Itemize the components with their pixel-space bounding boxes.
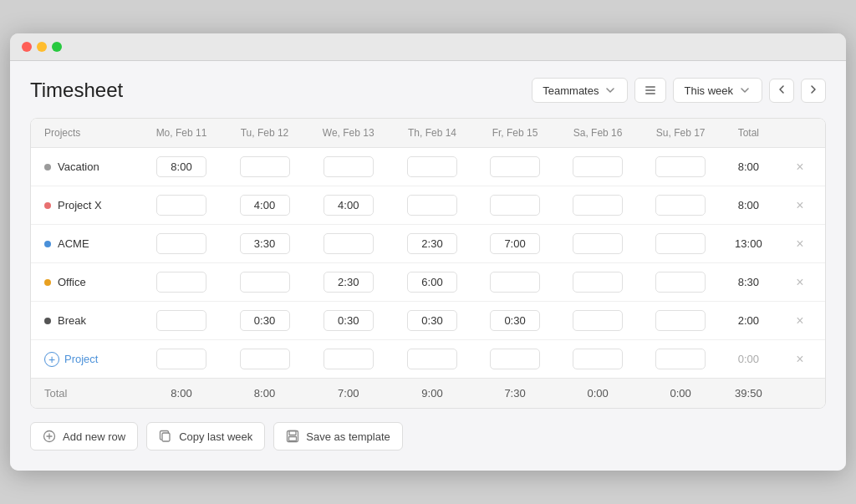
next-week-button[interactable] — [801, 79, 826, 103]
day-cell-4-5[interactable] — [557, 302, 639, 340]
this-week-button[interactable]: This week — [673, 78, 762, 103]
time-input-0-5[interactable] — [573, 156, 623, 177]
time-input-0-1[interactable] — [240, 156, 290, 177]
add-time-input-3[interactable] — [407, 349, 457, 369]
day-cell-3-1[interactable] — [223, 263, 306, 302]
close-cell-0[interactable]: × — [775, 148, 825, 186]
minimize-dot[interactable] — [37, 42, 47, 52]
add-time-input-2[interactable] — [324, 349, 374, 369]
day-cell-3-5[interactable] — [557, 263, 639, 302]
add-day-cell-0[interactable] — [140, 340, 223, 379]
day-cell-2-4[interactable] — [474, 225, 557, 263]
day-cell-3-6[interactable] — [639, 263, 722, 302]
add-project-row[interactable]: + Project 0:00× — [31, 340, 825, 379]
day-cell-1-3[interactable] — [390, 186, 473, 225]
add-day-cell-1[interactable] — [223, 340, 306, 379]
remove-row-button[interactable]: × — [789, 313, 810, 328]
time-input-3-0[interactable] — [156, 272, 206, 293]
time-input-2-5[interactable] — [573, 233, 623, 254]
remove-add-row-button[interactable]: × — [789, 352, 810, 366]
maximize-dot[interactable] — [52, 42, 62, 52]
close-cell-2[interactable]: × — [775, 225, 825, 263]
time-input-4-1[interactable] — [240, 310, 290, 331]
time-input-4-0[interactable] — [156, 310, 206, 331]
day-cell-0-0[interactable] — [140, 148, 223, 186]
day-cell-4-0[interactable] — [140, 302, 223, 340]
time-input-0-3[interactable] — [407, 156, 457, 177]
remove-row-button[interactable]: × — [789, 198, 810, 212]
time-input-3-4[interactable] — [490, 272, 540, 293]
day-cell-1-6[interactable] — [639, 186, 722, 225]
teammates-button[interactable]: Teammates — [532, 78, 628, 103]
day-cell-2-1[interactable] — [223, 225, 306, 263]
day-cell-4-1[interactable] — [223, 302, 306, 340]
add-time-input-1[interactable] — [240, 349, 290, 369]
add-new-row-button[interactable]: Add new row — [30, 422, 138, 451]
add-time-input-0[interactable] — [156, 349, 206, 369]
time-input-4-3[interactable] — [407, 310, 457, 331]
add-day-cell-4[interactable] — [474, 340, 557, 379]
day-cell-2-2[interactable] — [306, 225, 390, 263]
add-day-cell-6[interactable] — [639, 340, 722, 379]
time-input-2-4[interactable] — [490, 233, 540, 254]
time-input-2-0[interactable] — [156, 233, 206, 254]
add-time-input-4[interactable] — [490, 349, 540, 369]
time-input-1-6[interactable] — [655, 195, 706, 216]
time-input-3-3[interactable] — [407, 272, 457, 293]
time-input-2-3[interactable] — [407, 233, 457, 254]
add-day-cell-2[interactable] — [306, 340, 390, 379]
day-cell-2-6[interactable] — [639, 225, 722, 263]
time-input-0-2[interactable] — [324, 156, 374, 177]
add-time-input-6[interactable] — [655, 349, 706, 369]
day-cell-2-0[interactable] — [140, 225, 223, 263]
remove-row-button[interactable]: × — [789, 237, 810, 251]
close-dot[interactable] — [22, 42, 32, 52]
add-time-input-5[interactable] — [573, 349, 623, 369]
time-input-0-6[interactable] — [655, 156, 706, 177]
close-cell-3[interactable]: × — [775, 263, 825, 302]
time-input-3-6[interactable] — [655, 272, 706, 293]
list-view-button[interactable] — [634, 78, 666, 103]
day-cell-2-3[interactable] — [390, 225, 473, 263]
add-day-cell-5[interactable] — [557, 340, 639, 379]
day-cell-3-3[interactable] — [390, 263, 473, 302]
day-cell-0-5[interactable] — [557, 148, 639, 186]
add-project-cell[interactable]: + Project — [31, 340, 140, 379]
day-cell-1-5[interactable] — [557, 186, 639, 225]
day-cell-0-6[interactable] — [639, 148, 722, 186]
add-row-close-cell[interactable]: × — [775, 340, 825, 379]
close-cell-4[interactable]: × — [775, 302, 825, 340]
time-input-0-4[interactable] — [490, 156, 540, 177]
day-cell-0-4[interactable] — [474, 148, 557, 186]
day-cell-3-4[interactable] — [474, 263, 557, 302]
time-input-4-6[interactable] — [655, 310, 706, 331]
day-cell-1-0[interactable] — [140, 186, 223, 225]
time-input-3-1[interactable] — [240, 272, 290, 293]
time-input-2-2[interactable] — [324, 233, 374, 254]
remove-row-button[interactable]: × — [789, 275, 810, 289]
remove-row-button[interactable]: × — [789, 160, 810, 174]
day-cell-4-6[interactable] — [639, 302, 722, 340]
time-input-3-2[interactable] — [324, 272, 374, 293]
day-cell-3-0[interactable] — [140, 263, 223, 302]
time-input-1-1[interactable] — [240, 195, 290, 216]
day-cell-3-2[interactable] — [306, 263, 390, 302]
time-input-1-4[interactable] — [490, 195, 540, 216]
time-input-3-5[interactable] — [573, 272, 623, 293]
close-cell-1[interactable]: × — [775, 186, 825, 225]
day-cell-1-2[interactable] — [306, 186, 390, 225]
day-cell-4-3[interactable] — [390, 302, 473, 340]
day-cell-0-1[interactable] — [223, 148, 306, 186]
day-cell-4-4[interactable] — [474, 302, 557, 340]
add-project-button[interactable]: + Project — [44, 352, 133, 367]
copy-last-week-button[interactable]: Copy last week — [146, 422, 265, 451]
time-input-1-2[interactable] — [324, 195, 374, 216]
time-input-2-1[interactable] — [240, 233, 290, 254]
time-input-0-0[interactable] — [156, 156, 206, 177]
day-cell-1-4[interactable] — [474, 186, 557, 225]
day-cell-0-2[interactable] — [306, 148, 390, 186]
time-input-4-4[interactable] — [490, 310, 540, 331]
day-cell-1-1[interactable] — [223, 186, 306, 225]
add-day-cell-3[interactable] — [390, 340, 473, 379]
day-cell-4-2[interactable] — [306, 302, 390, 340]
